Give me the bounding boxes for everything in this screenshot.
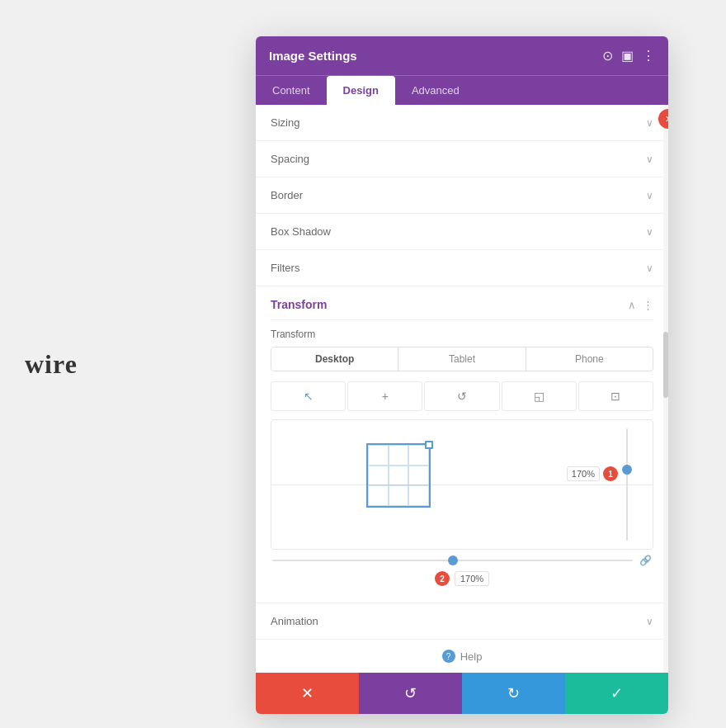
scale-box[interactable] <box>366 443 431 508</box>
save-button[interactable]: ✓ <box>565 673 668 714</box>
sizing-label: Sizing <box>271 116 299 129</box>
vertical-slider-thumb[interactable] <box>622 465 632 475</box>
grid-cell-1 <box>368 445 389 466</box>
panel-tabs: Content Design Advanced <box>256 75 668 105</box>
panel-title: Image Settings <box>269 49 357 63</box>
horizontal-slider-wrap: 🔗 <box>271 555 653 566</box>
border-chevron: ∨ <box>646 190 653 201</box>
wire-logo: wire <box>25 349 78 380</box>
canvas-inner: 170% 1 <box>271 420 653 549</box>
border-label: Border <box>271 189 303 201</box>
reset-button[interactable]: ↺ <box>359 673 462 714</box>
box-shadow-label: Box Shadow <box>271 225 331 238</box>
panel-header: Image Settings ⊙ ▣ ⋮ <box>256 36 668 75</box>
grid-cell-5 <box>389 466 409 486</box>
vertical-value-box: 170% 1 <box>567 466 618 481</box>
filters-label: Filters <box>271 262 299 274</box>
device-tabs: Desktop Tablet Phone <box>271 347 653 371</box>
tab-design[interactable]: Design <box>327 76 395 105</box>
help-text[interactable]: Help <box>460 650 483 663</box>
spacing-chevron: ∨ <box>646 154 653 165</box>
help-icon[interactable]: ? <box>442 650 455 663</box>
tool-row: ↖ + ↺ ◱ ⊡ <box>271 381 653 411</box>
settings-icon[interactable]: ⊙ <box>602 48 613 64</box>
badge-1: 1 <box>603 466 618 481</box>
filters-accordion[interactable]: Filters ∨ <box>256 250 668 286</box>
animation-label: Animation <box>271 615 318 627</box>
header-icons: ⊙ ▣ ⋮ <box>602 48 655 64</box>
badge-2: 2 <box>435 571 450 586</box>
tab-content[interactable]: Content <box>256 76 327 105</box>
grid-cell-6 <box>408 466 429 486</box>
more-icon[interactable]: ⋮ <box>642 48 655 64</box>
spacing-label: Spacing <box>271 153 309 165</box>
panel-content: Sizing ∨ Spacing ∨ Border ∨ Box Shadow ∨… <box>256 105 668 673</box>
filters-chevron: ∨ <box>646 262 653 274</box>
grid-cell-7 <box>368 485 389 506</box>
transform-header: Transform ∧ ⋮ <box>271 286 653 320</box>
grid-cell-4 <box>368 466 389 486</box>
tool-skew[interactable]: ◱ <box>502 381 577 411</box>
tool-arrow[interactable]: ↖ <box>271 381 346 411</box>
animation-chevron: ∨ <box>646 616 653 627</box>
h-slider-track[interactable] <box>272 560 633 561</box>
redo-button[interactable]: ↻ <box>462 673 565 714</box>
transform-header-controls: ∧ ⋮ <box>628 299 653 311</box>
h-value-badge: 2 170% <box>271 571 653 586</box>
transform-more-icon[interactable]: ⋮ <box>643 299 653 311</box>
transform-section: Transform ∧ ⋮ Transform Desktop Tablet P… <box>256 286 668 603</box>
grid-cell-9 <box>408 485 429 506</box>
canvas-h-line <box>271 485 653 485</box>
layout-icon[interactable]: ▣ <box>621 48 634 64</box>
spacing-accordion[interactable]: Spacing ∨ <box>256 141 668 177</box>
border-accordion[interactable]: Border ∨ <box>256 177 668 214</box>
scrollbar-track[interactable] <box>663 105 668 673</box>
grid-cell-2 <box>389 445 409 466</box>
device-tab-tablet[interactable]: Tablet <box>398 347 526 371</box>
sizing-accordion[interactable]: Sizing ∨ <box>256 105 668 141</box>
tool-scale[interactable]: ⊡ <box>578 381 653 411</box>
scale-box-grid <box>368 445 429 506</box>
h-slider-thumb[interactable] <box>448 555 458 565</box>
scrollbar-thumb[interactable] <box>663 332 668 398</box>
box-shadow-accordion[interactable]: Box Shadow ∨ <box>256 214 668 250</box>
transform-label: Transform <box>271 329 653 340</box>
tool-rotate[interactable]: ↺ <box>424 381 499 411</box>
device-tab-desktop[interactable]: Desktop <box>271 347 398 371</box>
transform-title: Transform <box>271 298 327 311</box>
image-settings-panel: ✕ Image Settings ⊙ ▣ ⋮ Content Design Ad… <box>256 36 668 714</box>
tab-advanced[interactable]: Advanced <box>395 76 476 105</box>
scale-handle[interactable] <box>425 441 433 449</box>
transform-canvas: 170% 1 <box>271 419 653 550</box>
vertical-slider-track <box>626 428 628 541</box>
device-tab-phone[interactable]: Phone <box>526 347 653 371</box>
animation-accordion[interactable]: Animation ∨ <box>256 603 668 639</box>
vertical-value[interactable]: 170% <box>567 466 600 481</box>
transform-collapse-icon[interactable]: ∧ <box>628 299 636 311</box>
action-bar: ✕ ↺ ↻ ✓ <box>256 673 668 714</box>
sizing-chevron: ∨ <box>646 117 653 129</box>
grid-cell-8 <box>389 485 409 506</box>
tool-add[interactable]: + <box>347 381 422 411</box>
box-shadow-chevron: ∨ <box>646 226 653 238</box>
cancel-button[interactable]: ✕ <box>256 673 359 714</box>
help-row: ? Help <box>256 639 668 673</box>
h-value-text[interactable]: 170% <box>455 571 489 586</box>
link-icon[interactable]: 🔗 <box>639 555 652 566</box>
